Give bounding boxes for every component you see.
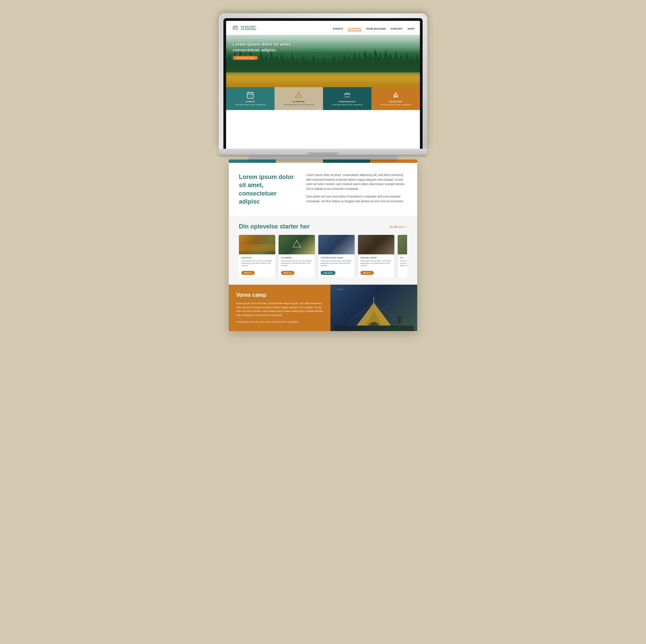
nav-item-kontakt[interactable]: KONTAKT [391,25,403,31]
hero-content: Lorem ipsum dolor sit amet, consectetuer… [226,35,420,67]
svg-rect-0 [247,93,253,98]
tile-events[interactable]: EVENTS Lorem ipsum dolor sit amet, conse… [226,87,275,110]
card-glamping-btn[interactable]: Book nu [281,271,294,275]
card-mtb-btn[interactable]: Book nu [360,271,374,275]
intro-title: Lorem ipsum dolor sit amet, consectetuer… [239,173,296,206]
below-fold-content: Lorem ipsum dolor sit amet, consectetuer… [229,159,417,331]
card-kanotur-image [239,235,275,254]
tile-glamping-desc: Lorem ipsum dolor sit amet, consectetuer [277,104,321,106]
tile-team-title: TEAM BUILDIG [325,101,369,103]
card-team-title: TEAM BUILDING UNGE [321,257,352,259]
card-team-body: TEAM BUILDING UNGE Lorem ipsum dolor sit… [318,254,355,277]
svg-rect-10 [334,325,414,331]
cards-section-title: Din oplevelse starter her [239,223,310,230]
tile-team-desc: Lorem ipsum dolor sit amet, consectetuer [325,104,369,106]
cards-row: KANOTUR Lorem ipsum dolor sit amet, cons… [239,235,407,277]
laptop-device: BASECAMP SILKEBORG EVENTS GLAMPING [219,13,427,159]
nav-item-team[interactable]: TEAM BUILDING [366,25,386,31]
camp-desc: Lorem ipsum dolor sit amet, consectetuer… [236,301,323,317]
logo-text: BASECAMP SILKEBORG [241,26,256,30]
card-team-desc: Lorem ipsum dolor sit amet, consectetuer… [321,260,352,267]
svg-point-8 [349,94,350,95]
website-screen: BASECAMP SILKEBORG EVENTS GLAMPING [226,21,420,149]
camp-section: Vores camp Lorem ipsum dolor sit amet, c… [229,285,417,331]
intro-body2: Duis autem vel eum iriure dolor in hendr… [306,194,407,204]
card-glamping-title: GLAMPING [281,257,313,259]
camp-title: Vores camp [236,292,323,298]
tile-glamping[interactable]: GLAMPING Lorem ipsum dolor sit amet, con… [275,87,323,110]
card-team-btn[interactable]: Læs mere [321,271,335,275]
laptop-screen-bezel: BASECAMP SILKEBORG EVENTS GLAMPING [219,13,427,149]
nav-links: EVENTS GLAMPING TEAM BUILDING KONTAKT [333,25,415,31]
feature-tiles: EVENTS Lorem ipsum dolor sit amet, conse… [226,87,420,110]
site-nav: BASECAMP SILKEBORG EVENTS GLAMPING [226,21,420,35]
card-mtb-title: MTB BEGYNDER [360,257,392,259]
card-kanotur: KANOTUR Lorem ipsum dolor sit amet, cons… [239,235,275,277]
laptop-bottom [219,149,427,155]
card-glamping-body: GLAMPING Lorem ipsum dolor sit amet, con… [279,254,315,277]
cards-header: Din oplevelse starter her Se alle ture -… [239,223,407,230]
card-mtb: MTB BEGYNDER Lorem ipsum dolor sit amet,… [358,235,394,277]
events-icon [228,91,273,99]
basecamp-icon [373,91,418,99]
card-extra-desc: Lorem ipsum dolor sit amet, co... adipis… [400,260,407,267]
card-mtb-desc: Lorem ipsum dolor sit amet, consectetuer… [360,260,392,267]
intro-body1: Lorem ipsum dolor sit amet, consectetuer… [306,173,407,191]
svg-point-7 [345,94,346,95]
card-mtb-body: MTB BEGYNDER Lorem ipsum dolor sit amet,… [358,254,394,277]
team-icon [325,91,369,99]
see-all-link[interactable]: Se alle ture -> [389,225,407,228]
laptop-stand [249,155,397,159]
card-glamping-desc: Lorem ipsum dolor sit amet, consectetuer… [281,260,313,267]
tile-events-desc: Lorem ipsum dolor sit amet, consectetuer [228,104,273,106]
hero-section: Lorem ipsum dolor sit amet, consectetuer… [226,35,420,87]
cards-section: Din oplevelse starter her Se alle ture -… [229,216,417,285]
intro-left: Lorem ipsum dolor sit amet, consectetuer… [239,173,296,206]
color-divider-bar [229,159,417,163]
logo-area: BASECAMP SILKEBORG [231,24,256,32]
nav-item-shop[interactable]: SHOP [407,25,415,31]
tile-basecamp[interactable]: BASECAMP Lorem ipsum dolor sit amet, con… [371,87,420,110]
tile-team[interactable]: TEAM BUILDIG Lorem ipsum dolor sit amet,… [323,87,371,110]
card-kanotur-desc: Lorem ipsum dolor sit amet, consectetuer… [241,260,273,267]
intro-section: Lorem ipsum dolor sit amet, consectetuer… [229,163,417,216]
hero-title: Lorem ipsum dolor sit amet, consectetuer… [233,42,300,53]
card-team-image [318,235,355,254]
card-team-unge: TEAM BUILDING UNGE Lorem ipsum dolor sit… [318,235,355,277]
card-extra-title: KA... [400,257,407,259]
intro-right: Lorem ipsum dolor sit amet, consectetuer… [306,173,407,206]
screen-inner: BASECAMP SILKEBORG EVENTS GLAMPING [223,18,423,149]
camp-desc2: Duis autem vel eum iriure dolor in hendr… [236,320,323,324]
svg-point-6 [347,93,348,95]
tile-events-title: EVENTS [228,101,273,103]
page-wrapper: BASECAMP SILKEBORG EVENTS GLAMPING [219,0,427,644]
card-kanotur-btn[interactable]: Book nu [241,271,255,275]
card-glamping-image [279,235,315,254]
hero-cta-button[interactable]: Lorem ipsum dolor [233,56,258,60]
camp-left: Vores camp Lorem ipsum dolor sit amet, c… [229,285,330,331]
card-mtb-image [358,235,394,254]
laptop-notch [308,152,338,155]
logo-icon [231,24,239,32]
glamping-icon [277,91,321,99]
nav-item-events[interactable]: EVENTS [333,25,343,31]
card-extra-body: KA... Lorem ipsum dolor sit amet, co... … [398,254,407,269]
svg-point-14 [397,316,402,321]
card-glamping: GLAMPING Lorem ipsum dolor sit amet, con… [279,235,315,277]
tile-basecamp-desc: Lorem ipsum dolor sit amet, consectetuer [373,104,418,106]
tile-basecamp-title: BASECAMP [373,101,418,103]
camp-right: ★ ★ ★ [330,285,417,331]
card-kanotur-title: KANOTUR [241,257,273,259]
card-kanotur-body: KANOTUR Lorem ipsum dolor sit amet, cons… [239,254,275,277]
card-extra-image [398,235,407,254]
card-extra: KA... Lorem ipsum dolor sit amet, co... … [398,235,407,277]
nav-item-glamping[interactable]: GLAMPING [348,25,361,31]
tile-glamping-title: GLAMPING [277,101,321,103]
